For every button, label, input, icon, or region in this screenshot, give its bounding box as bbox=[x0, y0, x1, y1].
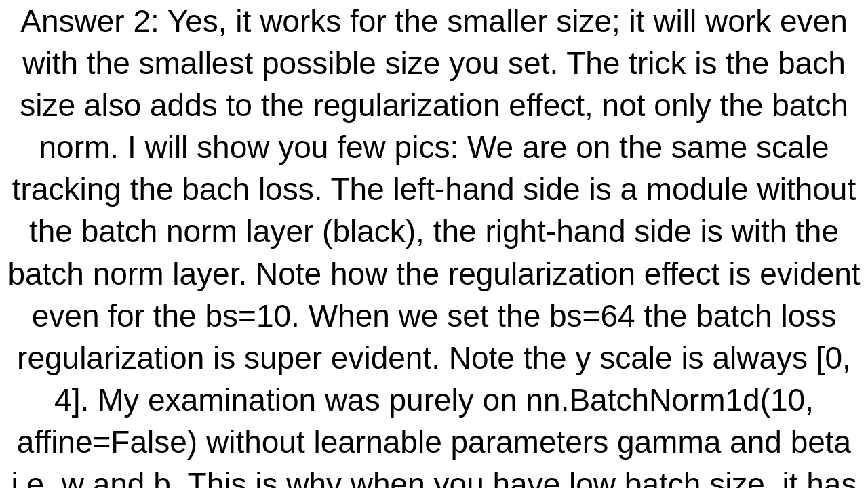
main-text-block: Answer 2: Yes, it works for the smaller … bbox=[0, 0, 868, 488]
